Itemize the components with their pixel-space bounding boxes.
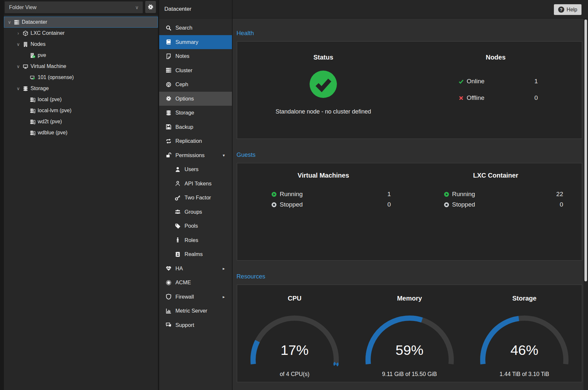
tree-item-label: Nodes: [31, 41, 45, 47]
floppy-icon: [166, 124, 172, 130]
stopped-icon: [271, 202, 277, 208]
vm-stopped-row: Stopped 0: [271, 200, 391, 209]
menu-item-label: Backup: [175, 124, 193, 130]
cpu-gauge-column: CPU 17% of 4 CPU(s): [237, 285, 352, 382]
running-icon: [271, 192, 277, 197]
menu-item-realms[interactable]: Realms: [159, 247, 232, 262]
tree-item-storage-local-lvm[interactable]: local-lvm (pve): [4, 105, 158, 116]
tree-item-datacenter[interactable]: ∨ Datacenter: [4, 17, 158, 28]
menu-item-label: Permissions: [175, 152, 205, 158]
menu-item-label: Support: [175, 322, 194, 328]
nodes-online-row: Online 1: [458, 75, 538, 87]
view-mode-select[interactable]: Folder View ∨: [5, 1, 143, 13]
menu-item-pools[interactable]: Pools: [159, 219, 232, 233]
menu-item-replication[interactable]: Replication: [159, 134, 232, 148]
tree-item-label: Virtual Machine: [31, 63, 66, 69]
tree-item-vm-101[interactable]: 101 (opnsense): [4, 72, 158, 83]
menu-item-firewall[interactable]: Firewall▸: [159, 290, 232, 304]
menu-item-api-tokens[interactable]: API Tokens: [159, 177, 232, 191]
chevron-right-icon[interactable]: ›: [16, 31, 21, 36]
tree-item-storage-local[interactable]: local (pve): [4, 94, 158, 105]
row-value: 1: [534, 78, 538, 85]
storage-drive-icon: [29, 97, 36, 102]
storage-gauge-column: Storage 46% 1.44 TiB of 3.10 TiB: [467, 285, 582, 382]
chevron-down-icon: ∨: [135, 5, 143, 10]
lxc-heading: LXC Container: [410, 172, 582, 179]
menu-item-ceph[interactable]: Ceph: [159, 77, 232, 92]
row-label: Online: [467, 78, 485, 85]
menu-item-storage[interactable]: Storage: [159, 106, 232, 120]
resource-tree: ∨ Datacenter › LXC Container ∨ Nodes pve…: [4, 15, 158, 390]
menu-item-ha[interactable]: HA▸: [159, 262, 232, 276]
scrollbar-thumb[interactable]: [584, 20, 587, 281]
menu-item-two-factor[interactable]: Two Factor: [159, 191, 232, 205]
note-icon: [166, 53, 172, 59]
gear-icon: [147, 4, 154, 10]
chevron-down-icon[interactable]: ∨: [7, 20, 12, 25]
resources-panel: CPU 17% of 4 CPU(s) Memory 59% 9.11: [237, 285, 582, 382]
stopped-icon: [444, 202, 449, 208]
menu-list: Search Summary Notes Cluster Ceph Option…: [159, 21, 232, 332]
menu-item-roles[interactable]: Roles: [159, 233, 232, 248]
chevron-down-icon[interactable]: ∨: [16, 86, 21, 91]
menu-item-cluster[interactable]: Cluster: [159, 63, 232, 78]
row-value: 22: [556, 191, 563, 198]
menu-item-label: Roles: [185, 237, 198, 243]
running-icon: [444, 192, 449, 197]
menu-item-label: Storage: [175, 110, 194, 116]
tree-item-lxc-container[interactable]: › LXC Container: [4, 28, 158, 39]
help-button[interactable]: ? Help: [554, 4, 582, 15]
tree-item-label: LXC Container: [31, 30, 65, 36]
left-edge-strip: [0, 0, 4, 390]
storage-drive-icon: [29, 108, 36, 113]
bar-chart-icon: [166, 308, 172, 314]
tree-item-virtual-machine[interactable]: ∨ Virtual Machine: [4, 61, 158, 72]
cluster-status-message: Standalone node - no cluster defined: [237, 108, 410, 115]
menu-item-backup[interactable]: Backup: [159, 120, 232, 134]
tree-item-label: local (pve): [38, 97, 62, 102]
tree-item-nodes[interactable]: ∨ Nodes: [4, 39, 158, 50]
storage-drive-icon: [29, 130, 36, 135]
menu-item-options[interactable]: Options: [159, 92, 232, 106]
building-icon: [22, 42, 29, 47]
person-icon: [175, 237, 181, 243]
cpu-caption: of 4 CPU(s): [237, 371, 352, 378]
menu-item-groups[interactable]: Groups: [159, 205, 232, 219]
row-value: 1: [387, 191, 391, 198]
tree-toolbar: Folder View ∨: [4, 0, 158, 15]
guests-vm-column: Virtual Machines Running 1 Stopped 0: [237, 163, 410, 260]
menu-item-label: Search: [175, 25, 192, 31]
tree-item-label: wdblue (pve): [38, 130, 68, 136]
vm-heading: Virtual Machines: [237, 172, 410, 179]
menu-item-summary[interactable]: Summary: [159, 35, 232, 49]
memory-gauge-column: Memory 59% 9.11 GiB of 15.50 GiB: [352, 285, 467, 382]
tree-item-storage-wdblue[interactable]: wdblue (pve): [4, 127, 158, 138]
tree-settings-button[interactable]: [145, 1, 156, 13]
chevron-down-icon[interactable]: ∨: [16, 64, 21, 69]
chevron-down-icon[interactable]: ∨: [16, 42, 21, 47]
tree-item-pve[interactable]: pve: [4, 50, 158, 61]
tree-item-label: wd2t (pve): [38, 119, 62, 125]
menu-item-permissions[interactable]: Permissions▾: [159, 148, 232, 163]
menu-item-metric-server[interactable]: Metric Server: [159, 304, 232, 318]
menu-item-label: Two Factor: [185, 195, 211, 201]
user-icon: [175, 167, 181, 172]
vertical-scrollbar[interactable]: [583, 19, 588, 390]
monitor-icon: [22, 64, 29, 69]
menu-item-search[interactable]: Search: [159, 21, 232, 35]
content-toolbar: ? Help: [233, 0, 588, 19]
menu-item-support[interactable]: Support: [159, 318, 232, 332]
tree-item-storage-wd2t[interactable]: wd2t (pve): [4, 116, 158, 127]
chevron-right-icon: ▸: [223, 294, 225, 299]
container-cube-icon: [22, 31, 29, 36]
content-area: ? Help Health Status Standalone node - n…: [233, 0, 588, 390]
menu-item-users[interactable]: Users: [159, 162, 232, 177]
row-value: 0: [534, 94, 538, 101]
database-icon: [166, 110, 172, 116]
tree-item-storage[interactable]: ∨ Storage: [4, 83, 158, 94]
menu-item-notes[interactable]: Notes: [159, 49, 232, 63]
row-label: Running: [280, 191, 303, 198]
row-value: 0: [560, 201, 563, 208]
summary-scroll-area: Health Status Standalone node - no clust…: [233, 19, 583, 390]
menu-item-acme[interactable]: ACME: [159, 276, 232, 290]
